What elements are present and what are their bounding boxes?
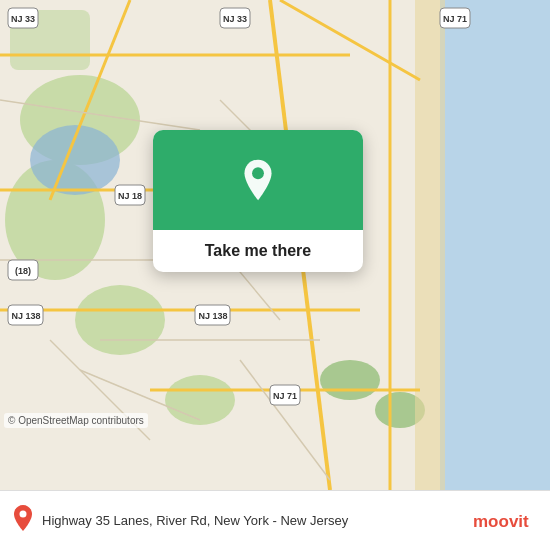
- map-attribution: © OpenStreetMap contributors: [4, 413, 148, 428]
- bottom-address: Highway 35 Lanes, River Rd, New York - N…: [42, 513, 465, 528]
- svg-text:NJ 71: NJ 71: [443, 14, 467, 24]
- svg-rect-10: [415, 0, 445, 490]
- svg-text:moovit: moovit: [473, 512, 529, 531]
- map-container: NJ 33 NJ 33 NJ 71 NJ 18 (18) NJ 138 NJ 3…: [0, 0, 550, 490]
- svg-rect-0: [430, 0, 550, 490]
- svg-text:NJ 138: NJ 138: [11, 311, 40, 321]
- svg-point-5: [165, 375, 235, 425]
- location-pin-icon: [236, 158, 280, 202]
- svg-text:NJ 33: NJ 33: [223, 14, 247, 24]
- moovit-logo-container: moovit: [473, 510, 538, 532]
- svg-text:NJ 33: NJ 33: [11, 14, 35, 24]
- bottom-bar: Highway 35 Lanes, River Rd, New York - N…: [0, 490, 550, 550]
- svg-point-46: [20, 510, 27, 517]
- svg-text:NJ 18: NJ 18: [118, 191, 142, 201]
- take-me-there-card[interactable]: Take me there: [153, 130, 363, 272]
- bottom-location-icon: [12, 504, 34, 538]
- svg-text:(18): (18): [15, 266, 31, 276]
- svg-point-45: [252, 167, 264, 179]
- take-me-there-label: Take me there: [153, 230, 363, 272]
- moovit-logo-svg: moovit: [473, 510, 538, 532]
- svg-point-4: [75, 285, 165, 355]
- svg-text:NJ 71: NJ 71: [273, 391, 297, 401]
- card-green-area: [153, 130, 363, 230]
- svg-point-7: [320, 360, 380, 400]
- svg-text:NJ 138: NJ 138: [198, 311, 227, 321]
